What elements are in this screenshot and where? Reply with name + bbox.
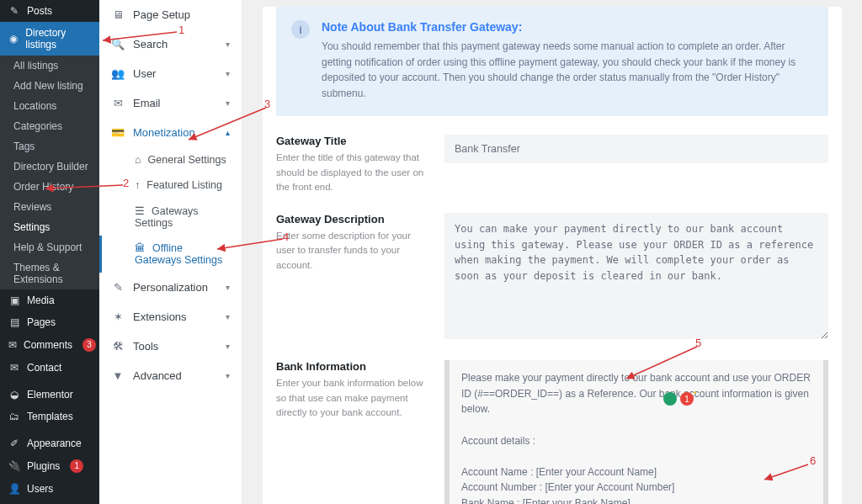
tab-page-setup[interactable]: 🖥Page Setup (99, 0, 242, 29)
settings-card: i Note About Bank Transfer Gateway: You … (263, 7, 842, 504)
sidebar-sub-order[interactable]: Order History (0, 177, 99, 197)
sidebar-item-appearance[interactable]: ✐Appearance (0, 432, 99, 454)
sidebar-item-tools[interactable]: 🔧Tools (0, 500, 99, 504)
chevron-down-icon: ▾ (226, 40, 230, 49)
note-title: Note About Bank Transfer Gateway: (322, 20, 813, 34)
templates-icon: 🗂 (8, 411, 20, 422)
tab-advanced[interactable]: ▼Advanced▾ (99, 361, 242, 390)
sidebar-label: Contact (27, 362, 61, 374)
pencil-icon: ✎ (111, 281, 125, 294)
sidebar-label: Pages (27, 316, 56, 328)
tab-user[interactable]: 👥User▾ (99, 59, 242, 88)
helper-red-icon: 1+ (680, 392, 694, 406)
tab-tools[interactable]: 🛠Tools▾ (99, 332, 242, 361)
tab-monet-offline[interactable]: 🏛Offline Gateways Settings (99, 236, 242, 273)
location-icon: ◉ (8, 33, 19, 45)
arrow-up-icon: ↑ (135, 179, 140, 191)
field-help: Enter some description for your user to … (276, 229, 424, 273)
tab-email[interactable]: ✉Email▾ (99, 88, 242, 118)
sidebar-sub-help[interactable]: Help & Support (0, 237, 99, 257)
note-body: You should remember that this payment ga… (322, 39, 813, 101)
tab-label: Offline Gateways Settings (135, 242, 222, 266)
home-icon: ⌂ (135, 154, 141, 166)
sidebar-item-directory[interactable]: ◉Directory listings (0, 22, 99, 56)
bank-info-editor[interactable]: Please make your payment directly to our… (444, 360, 828, 504)
chevron-down-icon: ▾ (226, 312, 230, 321)
comment-icon: ✉ (8, 339, 17, 351)
sidebar-item-media[interactable]: ▣Media (0, 289, 99, 311)
sidebar-sub-reviews[interactable]: Reviews (0, 197, 99, 217)
plugin-icon: 🔌 (8, 460, 20, 472)
sidebar-item-plugins[interactable]: 🔌Plugins1 (0, 454, 99, 478)
sidebar-sub-locations[interactable]: Locations (0, 96, 99, 116)
field-gateway-desc: Gateway Description Enter some descripti… (276, 213, 828, 342)
field-label: Bank Information (276, 360, 424, 373)
tab-label: User (133, 67, 156, 80)
user-icon: 👥 (111, 67, 125, 80)
tab-monetization[interactable]: 💳Monetization▴ (99, 118, 242, 147)
sidebar-sub-add[interactable]: Add New listing (0, 76, 99, 96)
sidebar-item-pages[interactable]: ▤Pages (0, 311, 99, 333)
gateway-desc-textarea[interactable]: You can make your payment directly to ou… (444, 213, 828, 339)
tab-monet-featured[interactable]: ↑Featured Listing (99, 172, 242, 198)
pin-icon: ✎ (8, 5, 20, 17)
brush-icon: ✐ (8, 438, 20, 449)
field-bank-info: Bank Information Enter your bank informa… (276, 360, 828, 504)
sidebar-item-templates[interactable]: 🗂Templates (0, 406, 99, 427)
tab-label: Personalization (133, 281, 208, 294)
users-icon: 👤 (8, 483, 20, 495)
field-gateway-title: Gateway Title Enter the title of this ga… (276, 135, 828, 194)
sidebar-sub-tags[interactable]: Tags (0, 136, 99, 157)
tab-label: Tools (133, 340, 158, 353)
sidebar-sub-categories[interactable]: Categories (0, 116, 99, 136)
gateway-title-input[interactable] (444, 135, 828, 163)
sidebar-label: Directory listings (25, 27, 91, 50)
field-help: Enter your bank information below so tha… (276, 376, 424, 420)
chevron-down-icon: ▾ (226, 371, 230, 380)
chevron-down-icon: ▾ (226, 342, 230, 351)
sidebar-sub-themes[interactable]: Themes & Extensions (0, 257, 99, 289)
sidebar-sub-builder[interactable]: Directory Builder (0, 157, 99, 177)
tab-label: Page Setup (133, 8, 190, 21)
tab-monet-gateways[interactable]: ☰Gateways Settings (99, 198, 242, 236)
helper-badges[interactable]: 1+ (663, 392, 694, 406)
tab-label: Extensions (133, 310, 187, 323)
sidebar-sub-all[interactable]: All listings (0, 56, 99, 76)
sidebar-label: Comments (24, 339, 72, 351)
filter-icon: ▼ (111, 369, 125, 382)
sidebar-item-posts[interactable]: ✎Posts (0, 0, 99, 22)
bank-icon: 🏛 (135, 242, 146, 254)
field-label: Gateway Description (276, 213, 424, 225)
helper-green-icon (663, 392, 677, 406)
search-icon: 🔍 (111, 38, 125, 50)
sidebar-sub-settings[interactable]: Settings (0, 217, 99, 237)
chevron-up-icon: ▴ (226, 128, 230, 137)
field-help: Enter the title of this gateway that sho… (276, 151, 424, 194)
tools-icon: 🛠 (111, 340, 125, 353)
field-label: Gateway Title (276, 135, 424, 147)
tab-search[interactable]: 🔍Search▾ (99, 29, 242, 59)
elementor-icon: ◒ (8, 389, 20, 401)
sidebar-item-comments[interactable]: ✉Comments3 (0, 333, 99, 357)
sidebar-label: Posts (27, 5, 52, 17)
sidebar-item-contact[interactable]: ✉Contact (0, 357, 99, 379)
tab-extensions[interactable]: ✶Extensions▾ (99, 302, 242, 332)
info-icon: i (291, 20, 310, 39)
sliders-icon: ☰ (135, 205, 145, 217)
chevron-down-icon: ▾ (226, 283, 230, 292)
sidebar-label: Users (27, 483, 53, 495)
monitor-icon: 🖥 (111, 8, 125, 21)
page-icon: ▤ (8, 316, 20, 328)
tab-label: General Settings (148, 154, 226, 166)
tab-personalization[interactable]: ✎Personalization▾ (99, 273, 242, 302)
sidebar-label: Elementor (27, 389, 73, 401)
chevron-down-icon: ▾ (226, 69, 230, 78)
sidebar-item-users[interactable]: 👤Users (0, 478, 99, 500)
sidebar-item-elementor[interactable]: ◒Elementor (0, 384, 99, 406)
mail-icon: ✉ (8, 362, 20, 374)
media-icon: ▣ (8, 294, 20, 306)
tab-monet-general[interactable]: ⌂General Settings (99, 147, 242, 172)
tab-label: Featured Listing (146, 179, 222, 191)
card-icon: 💳 (111, 126, 125, 139)
plugins-badge: 1 (70, 459, 83, 473)
